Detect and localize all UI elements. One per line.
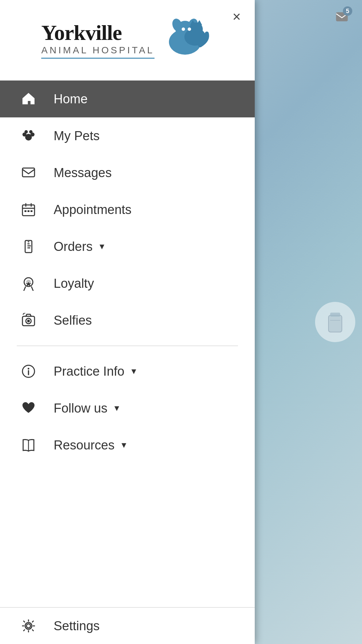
sidebar-item-selfies[interactable]: Selfies (0, 302, 255, 339)
resources-label: Resources (54, 438, 115, 452)
practice-info-chevron-icon: ▼ (130, 367, 138, 376)
svg-point-28 (28, 368, 29, 370)
settings-footer[interactable]: Settings (0, 607, 255, 644)
primary-nav: Home My Pets (0, 80, 255, 339)
nav-section: Home My Pets (0, 80, 255, 607)
svg-point-9 (182, 28, 185, 31)
float-jar-icon (315, 302, 355, 342)
orders-chevron-icon: ▼ (98, 242, 106, 251)
settings-label: Settings (54, 619, 100, 633)
sidebar-item-messages[interactable]: Messages (0, 154, 255, 191)
logo-icon (160, 18, 214, 62)
paw-icon (17, 124, 40, 148)
svg-point-26 (27, 320, 30, 322)
loyalty-label: Loyalty (54, 276, 94, 291)
sidebar-item-loyalty[interactable]: Loyalty (0, 265, 255, 302)
sidebar-item-follow-us[interactable]: Follow us ▼ (0, 390, 255, 427)
svg-point-14 (24, 130, 28, 133)
svg-point-29 (26, 624, 31, 628)
messages-label: Messages (54, 166, 112, 180)
follow-us-chevron-icon: ▼ (113, 404, 121, 413)
book-icon (17, 433, 40, 457)
heart-icon (17, 396, 40, 420)
settings-icon (17, 614, 40, 638)
svg-rect-19 (27, 210, 29, 212)
info-icon (17, 360, 40, 383)
notification-badge: 5 (343, 6, 352, 16)
selfies-label: Selfies (54, 313, 92, 328)
calendar-icon (17, 198, 40, 221)
loyalty-icon (17, 272, 40, 295)
svg-point-10 (188, 28, 191, 31)
secondary-nav: Practice Info ▼ Follow us ▼ (0, 353, 255, 464)
orders-label: Orders (54, 239, 93, 254)
practice-info-label: Practice Info (54, 364, 124, 379)
notification-area: 5 (322, 0, 362, 34)
sidebar-item-orders[interactable]: Orders ▼ (0, 228, 255, 265)
svg-rect-32 (330, 313, 340, 317)
logo-area: Yorkville ANIMAL HOSPITAL (0, 0, 255, 80)
sidebar-item-my-pets[interactable]: My Pets (0, 117, 255, 154)
logo-text: Yorkville ANIMAL HOSPITAL (41, 22, 154, 59)
sidebar-item-home[interactable]: Home (0, 80, 255, 117)
selfies-icon (17, 309, 40, 332)
my-pets-label: My Pets (54, 129, 100, 143)
resources-chevron-icon: ▼ (120, 440, 128, 450)
appointments-label: Appointments (54, 203, 131, 217)
follow-us-label: Follow us (54, 401, 108, 416)
logo-name: Yorkville (41, 22, 154, 44)
nav-divider (17, 345, 238, 346)
sidebar-item-resources[interactable]: Resources ▼ (0, 427, 255, 464)
orders-icon (17, 235, 40, 258)
logo-subtitle: ANIMAL HOSPITAL (41, 45, 154, 59)
svg-rect-16 (22, 168, 35, 177)
messages-icon (17, 161, 40, 184)
sidebar-item-appointments[interactable]: Appointments (0, 191, 255, 228)
notification-icon[interactable]: 5 (330, 5, 354, 29)
svg-rect-31 (328, 315, 342, 332)
close-button[interactable]: × (227, 7, 247, 27)
svg-point-15 (29, 130, 33, 133)
home-icon (17, 87, 40, 111)
svg-rect-20 (31, 210, 33, 212)
home-label: Home (54, 92, 87, 106)
svg-rect-18 (24, 210, 26, 212)
sidebar-item-practice-info[interactable]: Practice Info ▼ (0, 353, 255, 390)
navigation-drawer: × Yorkville ANIMAL HOSPITAL (0, 0, 255, 644)
